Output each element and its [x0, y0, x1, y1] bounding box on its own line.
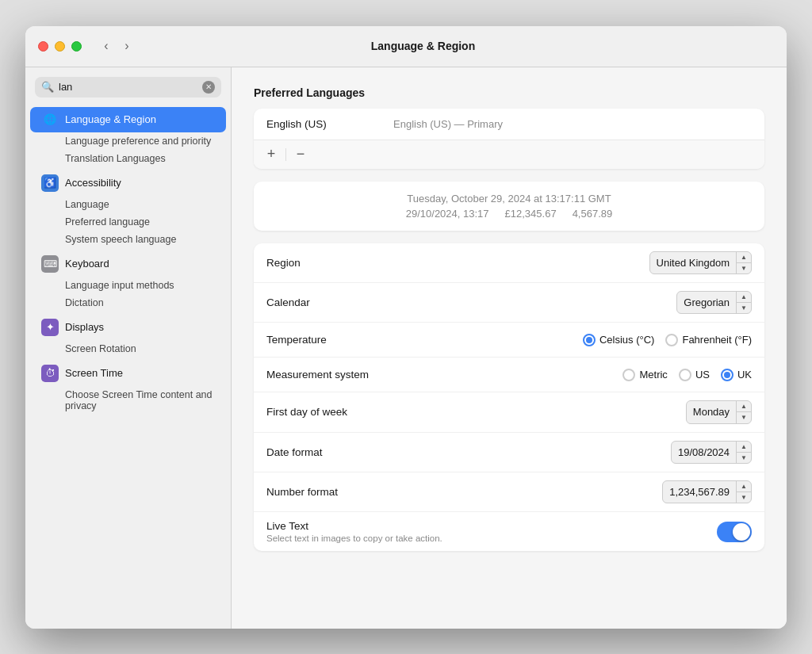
us-option[interactable]: US: [679, 369, 710, 381]
globe-icon: 🌐: [41, 111, 59, 128]
dateformat-stepper[interactable]: 19/08/2024 ▲ ▼: [671, 441, 752, 464]
us-radio[interactable]: [679, 369, 691, 381]
fahrenheit-label: Fahrenheit (°F): [682, 334, 752, 346]
date-preview-formats: 29/10/2024, 13:17 £12,345.67 4,567.89: [266, 208, 752, 220]
region-stepper[interactable]: United Kingdom ▲ ▼: [649, 251, 752, 274]
region-up-arrow[interactable]: ▲: [737, 252, 751, 263]
measurement-label: Measurement system: [266, 369, 622, 381]
sidebar-subitem-screen-time-privacy[interactable]: Choose Screen Time content and privacy: [30, 386, 226, 415]
numberformat-label: Number format: [266, 486, 662, 498]
sidebar-subitem-lang-pref[interactable]: Language preference and priority: [30, 132, 226, 150]
keyboard-icon: ⌨: [41, 255, 59, 273]
metric-option[interactable]: Metric: [622, 369, 667, 381]
fahrenheit-radio[interactable]: [665, 334, 678, 346]
main-content: 🔍 ✕ 🌐 Language & Region Language prefere…: [25, 67, 787, 629]
language-detail: English (US) — Primary: [393, 118, 503, 130]
sidebar-subitem-input-methods[interactable]: Language input methods: [30, 277, 226, 294]
action-separator: [285, 148, 286, 161]
nav-buttons: ‹ ›: [98, 37, 136, 55]
dateformat-label: Date format: [266, 446, 671, 458]
displays-icon: ✦: [41, 319, 59, 336]
search-clear-button[interactable]: ✕: [202, 81, 215, 94]
sidebar-subitem-acc-language[interactable]: Language: [30, 196, 226, 213]
firstday-arrows: ▲ ▼: [736, 401, 751, 423]
sidebar-item-language-region[interactable]: 🌐 Language & Region: [30, 107, 226, 132]
sidebar-section-accessibility: ♿ Accessibility Language Preferred langu…: [25, 170, 231, 248]
us-label: US: [695, 369, 710, 381]
calendar-value-wrap: Gregorian ▲ ▼: [676, 291, 752, 314]
maximize-button[interactable]: [71, 41, 82, 52]
firstday-stepper[interactable]: Monday ▲ ▼: [686, 400, 752, 423]
toggle-knob: [733, 523, 750, 541]
sidebar-subitem-preferred-language[interactable]: Preferred language: [30, 213, 226, 231]
livetext-row: Live Text Select text in images to copy …: [254, 512, 764, 551]
numberformat-stepper[interactable]: 1,234,567.89 ▲ ▼: [662, 480, 752, 503]
minimize-button[interactable]: [55, 41, 65, 52]
sidebar-item-accessibility[interactable]: ♿ Accessibility: [30, 170, 226, 196]
sidebar-item-label: Language & Region: [65, 113, 156, 125]
numberformat-value-wrap: 1,234,567.89 ▲ ▼: [662, 480, 752, 503]
dateformat-arrows: ▲ ▼: [736, 442, 751, 463]
dateformat-up-arrow[interactable]: ▲: [737, 442, 751, 453]
sidebar-item-label: Accessibility: [65, 177, 121, 189]
temperature-options: Celsius (°C) Fahrenheit (°F): [583, 334, 752, 346]
firstday-label: First day of week: [266, 406, 686, 418]
sidebar-subitem-system-speech[interactable]: System speech language: [30, 231, 226, 248]
firstday-down-arrow[interactable]: ▼: [737, 412, 751, 423]
numberformat-up-arrow[interactable]: ▲: [737, 481, 751, 492]
calendar-down-arrow[interactable]: ▼: [737, 303, 751, 313]
region-label: Region: [266, 257, 649, 269]
dateformat-down-arrow[interactable]: ▼: [737, 453, 751, 463]
temperature-label: Temperature: [266, 334, 583, 346]
sidebar-subitem-dictation[interactable]: Dictation: [30, 294, 226, 312]
numberformat-arrows: ▲ ▼: [736, 481, 751, 503]
dateformat-row: Date format 19/08/2024 ▲ ▼: [254, 433, 764, 472]
metric-radio[interactable]: [622, 369, 635, 381]
date-short-format: 29/10/2024, 13:17: [406, 208, 489, 220]
calendar-row: Calendar Gregorian ▲ ▼: [254, 283, 764, 323]
close-button[interactable]: [38, 41, 48, 52]
remove-language-button[interactable]: −: [291, 145, 310, 164]
forward-button[interactable]: ›: [118, 37, 136, 55]
calendar-arrows: ▲ ▼: [736, 292, 751, 313]
sidebar-section-displays: ✦ Displays Screen Rotation: [25, 315, 231, 358]
search-input[interactable]: [59, 81, 197, 93]
sidebar-subitem-screen-rotation[interactable]: Screen Rotation: [30, 340, 226, 358]
livetext-toggle[interactable]: [717, 522, 752, 542]
fahrenheit-option[interactable]: Fahrenheit (°F): [665, 334, 752, 346]
celsius-option[interactable]: Celsius (°C): [583, 334, 654, 346]
currency-format: £12,345.67: [505, 208, 557, 220]
sidebar-section-screen-time: ⏱ Screen Time Choose Screen Time content…: [25, 361, 231, 415]
measurement-options: Metric US UK: [622, 369, 752, 381]
region-value-wrap: United Kingdom ▲ ▼: [649, 251, 752, 274]
calendar-up-arrow[interactable]: ▲: [737, 292, 751, 303]
uk-radio[interactable]: [721, 369, 733, 381]
numberformat-down-arrow[interactable]: ▼: [737, 492, 751, 503]
sidebar-item-label: Screen Time: [65, 367, 123, 379]
region-down-arrow[interactable]: ▼: [737, 263, 751, 273]
calendar-stepper[interactable]: Gregorian ▲ ▼: [676, 291, 752, 314]
preferred-languages-title: Preferred Languages: [254, 86, 764, 99]
detail-panel: Preferred Languages English (US) English…: [232, 67, 787, 629]
sidebar-item-displays[interactable]: ✦ Displays: [30, 315, 226, 340]
livetext-label: Live Text: [266, 520, 717, 532]
sidebar-section-keyboard: ⌨ Keyboard Language input methods Dictat…: [25, 251, 231, 312]
sidebar-subitem-translation[interactable]: Translation Languages: [30, 150, 226, 167]
window-title: Language & Region: [142, 40, 704, 52]
sidebar-item-screen-time[interactable]: ⏱ Screen Time: [30, 361, 226, 386]
uk-option[interactable]: UK: [721, 369, 752, 381]
sidebar-item-label: Displays: [65, 321, 104, 333]
region-row: Region United Kingdom ▲ ▼: [254, 243, 764, 283]
number-format-preview: 4,567.89: [573, 208, 613, 220]
firstday-up-arrow[interactable]: ▲: [737, 401, 751, 412]
livetext-text-wrap: Live Text Select text in images to copy …: [266, 520, 717, 543]
sidebar-item-keyboard[interactable]: ⌨ Keyboard: [30, 251, 226, 277]
numberformat-row: Number format 1,234,567.89 ▲ ▼: [254, 472, 764, 512]
region-arrows: ▲ ▼: [736, 252, 751, 273]
back-button[interactable]: ‹: [98, 37, 115, 55]
add-language-button[interactable]: +: [262, 145, 281, 164]
language-row: English (US) English (US) — Primary: [254, 109, 764, 140]
sidebar-item-label: Keyboard: [65, 258, 109, 270]
date-preview-card: Tuesday, October 29, 2024 at 13:17:11 GM…: [254, 182, 764, 231]
celsius-radio[interactable]: [583, 334, 596, 346]
